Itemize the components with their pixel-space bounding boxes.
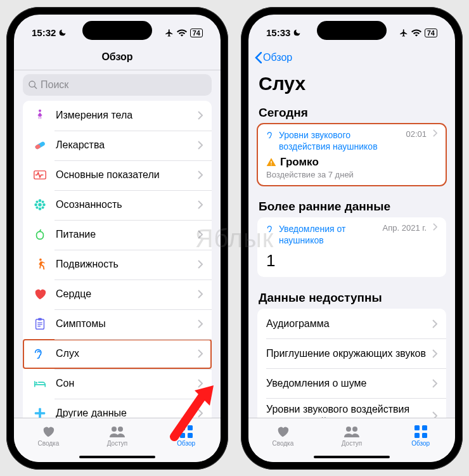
category-heart[interactable]: Сердце	[23, 280, 212, 309]
dynamic-island	[82, 21, 152, 40]
chevron-right-icon	[198, 379, 203, 388]
svg-point-2	[39, 110, 41, 112]
svg-line-1	[34, 86, 37, 89]
svg-rect-34	[414, 425, 420, 430]
home-indicator[interactable]	[79, 456, 155, 458]
nav-title: Обзор	[101, 51, 132, 63]
row-label: Сон	[56, 378, 198, 389]
heart-fill-icon	[41, 425, 56, 439]
chevron-right-icon	[432, 319, 437, 328]
category-nutrition[interactable]: Питание	[23, 220, 212, 250]
heart-icon	[32, 286, 48, 302]
chevron-right-icon	[198, 260, 203, 269]
category-mindfulness[interactable]: Осознанность	[23, 190, 212, 220]
tab-label: Обзор	[411, 440, 430, 447]
chevron-right-icon	[433, 223, 437, 231]
pill-icon	[32, 137, 48, 153]
svg-point-21	[35, 382, 37, 384]
tab-summary[interactable]: Сводка	[248, 418, 318, 453]
tab-sharing[interactable]: Доступ	[318, 418, 387, 453]
value-sub: Воздействие за 7 дней	[266, 170, 437, 179]
svg-point-11	[35, 200, 38, 203]
heart-fill-icon	[275, 425, 290, 439]
category-sleep[interactable]: Сон	[23, 369, 212, 399]
svg-rect-26	[180, 425, 185, 430]
chevron-right-icon	[198, 230, 203, 239]
people-icon	[109, 425, 125, 439]
svg-point-13	[35, 207, 38, 209]
svg-point-12	[42, 200, 44, 203]
dynamic-island	[317, 21, 387, 40]
svg-point-0	[29, 81, 35, 87]
nodata-noise-notif[interactable]: Уведомления о шуме	[257, 368, 446, 398]
search-input[interactable]: Поиск	[23, 74, 212, 96]
status-time: 15:32	[32, 27, 56, 38]
chevron-right-icon	[198, 409, 203, 418]
earlier-value: 1	[257, 250, 446, 277]
category-mobility[interactable]: Подвижность	[23, 250, 212, 280]
nodata-reduce-sounds[interactable]: Приглушение окружающих звуков	[257, 338, 446, 368]
value-label: Громко	[280, 156, 319, 169]
svg-point-8	[39, 207, 42, 210]
apple-icon	[32, 226, 48, 243]
phone-left: 15:32 74 Обзор Поиск Измерения тела	[6, 7, 228, 470]
ear-icon	[266, 224, 275, 233]
bed-icon	[32, 375, 48, 392]
svg-rect-28	[180, 433, 185, 438]
section-earlier: Более ранние данные	[248, 195, 455, 217]
card-link: Уведомления от наушников	[279, 223, 375, 246]
body-icon	[32, 107, 48, 124]
chevron-right-icon	[198, 111, 203, 120]
home-indicator[interactable]	[314, 456, 390, 458]
wifi-icon	[177, 29, 187, 37]
chevron-right-icon	[432, 411, 437, 417]
earlier-card[interactable]: Уведомления от наушников Апр. 2021 г. 1	[257, 217, 446, 277]
back-button[interactable]: Обзор	[255, 52, 292, 63]
svg-point-14	[42, 207, 44, 209]
row-label: Сердце	[56, 288, 198, 300]
category-symptoms[interactable]: Симптомы	[23, 309, 212, 339]
card-link: Уровни звукового воздействия наушников	[279, 129, 398, 152]
section-nodata: Данные недоступны	[248, 286, 455, 309]
mindfulness-icon	[32, 196, 48, 213]
row-label: Слух	[56, 348, 198, 359]
tab-summary[interactable]: Сводка	[14, 418, 83, 453]
svg-rect-35	[422, 425, 427, 430]
chevron-right-icon	[198, 319, 203, 328]
search-placeholder: Поиск	[41, 79, 68, 91]
nodata-audiogram[interactable]: Аудиограмма	[257, 309, 446, 338]
tab-browse[interactable]: Обзор	[386, 418, 455, 453]
row-label: Аудиограмма	[266, 318, 432, 330]
today-card[interactable]: Уровни звукового воздействия наушников 0…	[257, 124, 446, 186]
chevron-right-icon	[198, 349, 203, 358]
row-label: Основные показатели	[56, 169, 198, 181]
svg-point-6	[38, 203, 42, 207]
clipboard-icon	[32, 316, 48, 332]
tab-label: Доступ	[107, 440, 128, 447]
category-hearing[interactable]: Слух	[23, 339, 212, 369]
tab-browse[interactable]: Обзор	[151, 418, 221, 453]
status-time: 15:33	[266, 27, 290, 38]
card-time: 02:01	[406, 129, 427, 139]
svg-rect-27	[188, 425, 193, 430]
chevron-right-icon	[433, 129, 437, 137]
svg-point-24	[112, 427, 117, 432]
page-title: Слух	[248, 70, 455, 101]
nodata-env-sound[interactable]: Уровни звукового воздействия окружающей …	[257, 398, 446, 417]
row-label: Другие данные	[56, 408, 198, 418]
category-vitals[interactable]: Основные показатели	[23, 160, 212, 190]
category-medications[interactable]: Лекарства	[23, 131, 212, 160]
row-label: Осознанность	[56, 199, 198, 210]
category-other[interactable]: Другие данные	[23, 399, 212, 418]
tab-label: Сводка	[272, 440, 293, 447]
people-icon	[344, 425, 360, 439]
svg-point-33	[352, 427, 357, 432]
chevron-right-icon	[432, 379, 437, 388]
vitals-icon	[32, 167, 48, 183]
chevron-left-icon	[255, 52, 262, 63]
tab-sharing[interactable]: Доступ	[83, 418, 152, 453]
category-body-measurements[interactable]: Измерения тела	[23, 101, 212, 131]
row-label: Приглушение окружающих звуков	[266, 348, 432, 359]
nav-header: Обзор	[248, 45, 455, 70]
airplane-icon	[399, 29, 408, 37]
